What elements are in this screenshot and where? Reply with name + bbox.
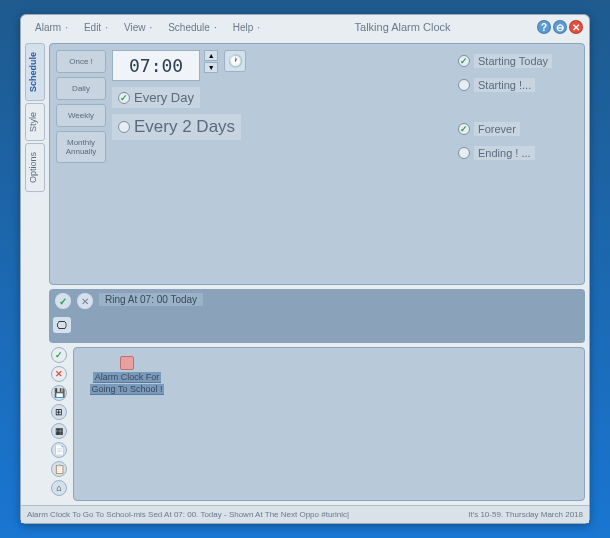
tool-window-icon[interactable]: ⊞ [51,404,67,420]
tool-home-icon[interactable]: ⌂ [51,480,67,496]
opt-every2-label: Every 2 Days [134,117,235,137]
freq-weekly[interactable]: Weekly [56,104,106,127]
radio-icon [118,121,130,133]
minimize-icon[interactable]: ⊖ [553,20,567,34]
menu-schedule[interactable]: Schedule [168,22,216,33]
status-left: Alarm Clock To Go To School-mis Sed At 0… [27,510,468,519]
tool-delete[interactable] [51,366,67,382]
confirm-icon[interactable] [55,293,71,309]
clock-picker-icon[interactable]: 🕐 [224,50,246,72]
radio-icon [458,147,470,159]
tool-disk-icon[interactable]: 💾 [51,385,67,401]
freq-monthly[interactable]: Monthly Annually [56,131,106,163]
cancel-icon[interactable] [77,293,93,309]
app-window: Alarm Edit View Schedule Help Talking Al… [20,14,590,524]
alarm-icon [120,356,134,370]
close-icon[interactable]: ✕ [569,20,583,34]
freq-once[interactable]: Once ! [56,50,106,73]
opt-starting[interactable]: Starting !... [458,78,578,92]
menu-edit[interactable]: Edit [84,22,108,33]
opt-every2days[interactable]: Every 2 Days [112,114,241,140]
check-icon [458,123,470,135]
status-right: It's 10-59. Thursday March 2018 [468,510,583,519]
freq-daily[interactable]: Daily [56,77,106,100]
status-bar: Alarm Clock To Go To School-mis Sed At 0… [21,505,589,523]
alarm-item[interactable]: Alarm Clock ForGoing To School ! [82,356,172,395]
tool-grid-icon[interactable]: ▦ [51,423,67,439]
opt-everyday-label: Every Day [134,90,194,105]
summary-text: Ring At 07: 00 Today [99,293,203,306]
alarm-list[interactable]: Alarm Clock ForGoing To School ! [73,347,585,501]
tab-schedule[interactable]: Schedule [25,43,45,101]
menu-view[interactable]: View [124,22,152,33]
media-icon[interactable]: 🖵 [53,317,71,333]
help-icon[interactable]: ? [537,20,551,34]
opt-forever[interactable]: Forever [458,122,578,136]
menu-help[interactable]: Help [233,22,260,33]
tool-doc-icon[interactable]: 📄 [51,442,67,458]
time-up[interactable]: ▲ [204,50,218,61]
window-title: Talking Alarm Clock [268,21,537,33]
tab-options[interactable]: Options [25,143,45,192]
side-tabs: Schedule Style Options [25,43,45,501]
titlebar: Alarm Edit View Schedule Help Talking Al… [21,15,589,39]
opt-starting-today[interactable]: Starting Today [458,54,578,68]
opt-everyday[interactable]: Every Day [112,87,200,108]
time-field[interactable]: 07:00 [112,50,200,81]
radio-icon [458,79,470,91]
summary-bar: Ring At 07: 00 Today 🖵 [49,289,585,343]
opt-ending[interactable]: Ending ! ... [458,146,578,160]
time-down[interactable]: ▼ [204,62,218,73]
menu-alarm[interactable]: Alarm [35,22,68,33]
tool-note-icon[interactable]: 📋 [51,461,67,477]
check-icon [118,92,130,104]
schedule-panel: Once ! Daily Weekly Monthly Annually 07:… [49,43,585,285]
check-icon [458,55,470,67]
tool-check[interactable] [51,347,67,363]
toolbar: 💾 ⊞ ▦ 📄 📋 ⌂ [49,347,69,501]
tab-style[interactable]: Style [25,103,45,141]
